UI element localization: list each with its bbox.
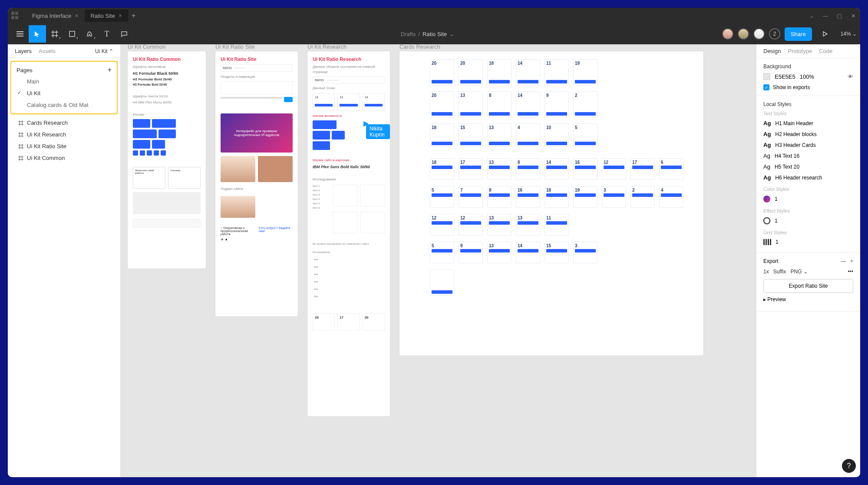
background-label: Background (763, 63, 853, 70)
pages-section: Pages + Main Ui Kit Catalog cards & Old … (10, 61, 118, 114)
frame-uikit-ratiosite[interactable]: Ui Kit Ratio Site RATIO · · · · · · Разд… (215, 51, 298, 316)
help-button[interactable]: ? (842, 459, 856, 473)
pages-label: Pages (17, 67, 33, 73)
frame-icon (18, 120, 23, 126)
layer-uikit-common[interactable]: Ui Kit Common (8, 152, 120, 164)
background-opacity[interactable]: 100% (800, 73, 814, 80)
move-tool[interactable] (29, 25, 46, 43)
text-style-h6[interactable]: AgH6 Header research (763, 172, 853, 183)
frame-icon (18, 156, 23, 161)
frame-label[interactable]: Ui Kit Research (307, 44, 347, 50)
text-style-h4[interactable]: AgH4 Text 16 (763, 150, 853, 161)
chevron-down-icon[interactable]: ⌄ (449, 31, 454, 37)
comment-tool[interactable] (116, 25, 133, 43)
svg-rect-4 (69, 31, 75, 37)
frame-icon (18, 144, 23, 149)
minimize-icon[interactable]: — (822, 13, 829, 19)
color-style-1[interactable]: 1 (763, 193, 853, 205)
effect-style-1[interactable]: 1 (763, 215, 853, 226)
shape-tool[interactable] (63, 25, 81, 43)
frame-icon (18, 132, 23, 137)
add-tab-button[interactable]: + (128, 12, 139, 20)
canvas[interactable]: Ui Kit Common Ui Kit Ratio Common Шрифты… (121, 44, 756, 477)
preview-toggle[interactable]: ▸ Preview (763, 293, 853, 306)
tab-prototype[interactable]: Prototype (788, 48, 812, 54)
export-scale[interactable]: 1x (763, 269, 769, 275)
tab-figma-interface[interactable]: Figma Interface× (26, 10, 85, 22)
share-button[interactable]: Share (785, 27, 812, 41)
text-style-h1[interactable]: AgH1 Main Header (763, 118, 853, 129)
local-styles-label: Local Styles (763, 101, 853, 107)
frame-label[interactable]: Ui Kit Ratio Site (215, 44, 255, 50)
more-icon[interactable]: ••• (848, 269, 853, 275)
frame-uikit-common[interactable]: Ui Kit Ratio Common Шрифты заголовков H1… (128, 51, 206, 269)
present-button[interactable] (816, 25, 834, 43)
eye-icon[interactable]: 👁 (848, 73, 853, 80)
breadcrumb-root[interactable]: Drafts (401, 31, 416, 37)
minus-icon[interactable]: — (841, 258, 846, 264)
toolbar: T Drafts / Ratio Site ⌄ 2 Share 14% ⌄ (8, 23, 860, 44)
frame-label[interactable]: Ui Kit Common (128, 44, 165, 50)
avatar[interactable] (753, 28, 765, 40)
export-label: Export (763, 258, 779, 264)
left-panel: Layers Assets Ui Kit ⌃ Pages + Main Ui K… (8, 44, 121, 477)
collaborator-cursor-label: Nikita Kuprin (366, 124, 390, 139)
show-in-exports-label: Show in exports (773, 84, 810, 90)
text-style-h5[interactable]: AgH5 Text 20 (763, 161, 853, 172)
maximize-icon[interactable]: ▢ (836, 13, 843, 19)
export-format[interactable]: PNG ⌄ (790, 269, 807, 275)
page-selector[interactable]: Ui Kit ⌃ (95, 48, 113, 54)
frame-cards-research[interactable]: 20 20 18 14 11 19 20 13 8 14 9 2 (399, 51, 703, 355)
titlebar: Figma Interface× Ratio Site× + ⌄ — ▢ ✕ (8, 8, 860, 23)
pen-tool[interactable] (81, 25, 98, 43)
show-in-exports-checkbox[interactable]: ✓ (763, 84, 769, 90)
page-item-catalog[interactable]: Catalog cards & Old Mat (11, 99, 117, 111)
close-icon[interactable]: × (75, 12, 78, 19)
layer-uikit-research[interactable]: Ui Kit Research (8, 129, 120, 140)
tab-assets[interactable]: Assets (39, 48, 56, 54)
background-hex[interactable]: E5E5E5 (775, 73, 795, 80)
chevron-down-icon[interactable]: ⌄ (808, 13, 815, 19)
background-swatch[interactable] (763, 73, 770, 80)
tab-design[interactable]: Design (763, 48, 781, 54)
color-styles-label: Color Styles (763, 186, 853, 192)
layer-uikit-ratiosite[interactable]: Ui Kit Ratio Site (8, 140, 120, 152)
avatar[interactable] (722, 28, 733, 40)
avatar[interactable] (738, 28, 749, 40)
layer-cards-research[interactable]: Cards Research (8, 117, 120, 129)
frame-uikit-research[interactable]: Ui Kit Ratio Research Данные объекта сос… (307, 51, 390, 416)
export-button[interactable]: Export Ratio Site (763, 279, 853, 293)
frame-label[interactable]: Cards Research (399, 44, 440, 50)
right-panel: Design Prototype Code Background E5E5E5 … (756, 44, 860, 477)
frame-tool[interactable] (46, 25, 63, 43)
tab-ratio-site[interactable]: Ratio Site× (85, 10, 129, 22)
close-window-icon[interactable]: ✕ (850, 13, 857, 19)
user-count[interactable]: 2 (769, 28, 780, 40)
app-menu-icon[interactable] (11, 12, 19, 20)
tab-code[interactable]: Code (819, 48, 832, 54)
zoom-level[interactable]: 14% ⌄ (841, 31, 857, 37)
grid-icon (763, 239, 771, 245)
grid-styles-label: Grid Styles (763, 230, 853, 235)
text-style-h2[interactable]: AgH2 Header blocks (763, 129, 853, 140)
export-suffix-label[interactable]: Suffix (773, 269, 786, 275)
menu-button[interactable] (11, 25, 29, 43)
text-styles-label: Text Styles (763, 111, 853, 116)
color-swatch-icon (763, 196, 770, 203)
effect-styles-label: Effect Styles (763, 208, 853, 213)
page-item-main[interactable]: Main (11, 76, 117, 87)
text-tool[interactable]: T (98, 25, 116, 43)
page-item-uikit[interactable]: Ui Kit (11, 87, 117, 99)
grid-style-1[interactable]: 1 (763, 237, 853, 247)
plus-icon[interactable]: + (850, 258, 853, 264)
tab-layers[interactable]: Layers (15, 48, 32, 54)
breadcrumb-current[interactable]: Ratio Site (422, 31, 447, 37)
add-page-button[interactable]: + (108, 66, 112, 74)
effect-icon (763, 217, 770, 224)
close-icon[interactable]: × (119, 12, 122, 19)
text-style-h3[interactable]: AgH3 Header Cards (763, 140, 853, 150)
svg-marker-5 (823, 32, 827, 36)
